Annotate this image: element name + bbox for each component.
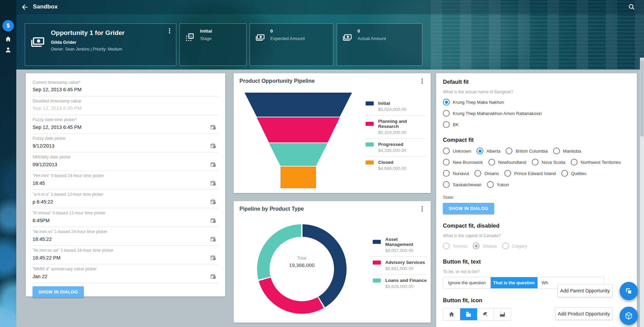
text-toggle-that-is-the-question[interactable]: That is the question xyxy=(491,277,538,288)
radio-circle-icon[interactable] xyxy=(487,181,494,188)
picker-field[interactable]: MM/dd/y date picker09/12/2013 xyxy=(33,152,218,171)
page-scrollbar-thumb[interactable] xyxy=(640,60,644,137)
radio-circle-icon[interactable] xyxy=(443,121,450,128)
picker-value[interactable]: 18:45:22 xyxy=(33,236,52,242)
radio-circle-icon[interactable] xyxy=(443,110,450,117)
text-toggle-ignore-the-question[interactable]: Ignore the question xyxy=(443,277,491,288)
funnel-segment-closed[interactable] xyxy=(280,167,316,188)
picker-value[interactable]: 09/12/2013 xyxy=(33,162,57,167)
legend-item[interactable]: Progressed$4,335,000.00 xyxy=(366,138,426,156)
icon-toggle-umbrella-icon[interactable] xyxy=(477,308,494,320)
radio-circle-icon[interactable] xyxy=(443,181,450,188)
picker-value[interactable]: Jan 22 xyxy=(33,274,47,279)
calendar-clock-icon[interactable] xyxy=(210,255,216,261)
radio-circle-icon[interactable] xyxy=(532,159,539,166)
legend-item[interactable]: Closed$4,688,000.00 xyxy=(366,156,426,174)
icon-toggle-factory-icon[interactable] xyxy=(494,308,511,320)
stat-card-stage[interactable]: InitialStage xyxy=(179,23,247,66)
opportunity-card[interactable]: Opportunity 1 for Grider Gilda Grider Ow… xyxy=(25,23,176,66)
radio-circle-icon[interactable] xyxy=(443,170,450,177)
radio-option-krung-thep-maka-nakhon[interactable]: Krung Thep Maka Nakhon xyxy=(443,99,630,105)
calendar-clock-icon[interactable] xyxy=(210,180,216,186)
picker-field[interactable]: "kk:mm:ss" 1-based 24-hour time picker18… xyxy=(33,227,218,246)
add-parent-opportunity-fab[interactable] xyxy=(620,282,638,300)
radio-option-unknown[interactable]: Unknown xyxy=(443,148,471,154)
add-parent-opportunity-chip[interactable]: Add Parent Opportunity xyxy=(558,284,612,297)
radio-option-new-brunswick[interactable]: New Brunswick xyxy=(443,159,483,166)
radio-circle-icon[interactable] xyxy=(571,159,578,166)
radio-option-bk[interactable]: BK xyxy=(443,121,630,128)
funnel-segment-progressed[interactable] xyxy=(245,143,352,166)
funnel-segment-initial[interactable] xyxy=(245,93,352,117)
radio-circle-icon[interactable] xyxy=(504,170,511,177)
picker-value[interactable]: Sep 12, 2013 6:45 PM xyxy=(33,87,81,92)
radio-circle-icon[interactable] xyxy=(443,148,450,154)
radio-option-prince-edward-island[interactable]: Prince Edward Island xyxy=(504,170,556,177)
calendar-clock-icon[interactable] xyxy=(210,199,216,205)
picker-field[interactable]: "HH:mm" 0-based 24-hour time picker18:45 xyxy=(33,171,218,190)
radio-option-alberta[interactable]: Alberta xyxy=(476,148,500,154)
search-icon[interactable] xyxy=(628,3,635,11)
sidebar-item-home[interactable] xyxy=(2,33,14,45)
radio-option-qu-bec[interactable]: Québec xyxy=(561,170,587,177)
radio-option-yukon[interactable]: Yukon xyxy=(487,181,509,188)
stat-card-actual-amount[interactable]: 0Actual Amount xyxy=(337,23,422,66)
radio-circle-icon[interactable] xyxy=(443,99,450,105)
legend-item[interactable]: Loans and Finance$5,628,000.00 xyxy=(373,274,427,292)
radio-option-krung-thep-mahanakhon-amon-rattanakosin[interactable]: Krung Thep Mahanakhon Amon Rattanakosin xyxy=(443,110,630,117)
picker-value[interactable]: 18:45 xyxy=(33,180,45,186)
radio-circle-icon[interactable] xyxy=(553,148,560,154)
radio-circle-icon[interactable] xyxy=(474,170,481,177)
calendar-clock-icon[interactable] xyxy=(210,217,216,224)
radio-option-nova-scotia[interactable]: Nova Scotia xyxy=(532,159,565,166)
pickers-show-in-dialog-button[interactable]: SHOW IN DIALOG xyxy=(33,286,84,297)
picker-field[interactable]: "K:mmaa" 0-based 12-hour time picker6:45… xyxy=(33,208,218,227)
compact-fit-show-in-dialog-button[interactable]: SHOW IN DIALOG xyxy=(443,203,494,214)
radio-option-nunavut[interactable]: Nunavut xyxy=(443,170,469,177)
picker-field[interactable]: "kk:mm:ss aa" 1-based 24-hour time picke… xyxy=(33,246,218,264)
picker-value[interactable]: Sep 12, 2013 6:45 PM xyxy=(33,124,81,130)
calendar-clock-icon[interactable] xyxy=(210,124,216,130)
page-scrollbar[interactable] xyxy=(640,58,644,327)
calendar-clock-icon[interactable] xyxy=(210,143,216,149)
funnel-menu-kebab-icon[interactable] xyxy=(419,78,425,84)
add-product-opportunity-chip[interactable]: Add Product Opportunity xyxy=(555,307,612,320)
radio-circle-icon[interactable] xyxy=(443,159,450,166)
calendar-clock-icon[interactable] xyxy=(210,161,216,168)
radio-option-british-columbia[interactable]: British Columbia xyxy=(506,148,548,154)
donut-chart[interactable] xyxy=(257,224,347,314)
sidebar-item-opportunities[interactable]: $ xyxy=(2,20,14,32)
calendar-clock-icon[interactable] xyxy=(210,236,216,242)
icon-toggle-building-icon[interactable] xyxy=(460,308,477,320)
radio-circle-icon[interactable] xyxy=(476,148,483,154)
radio-circle-icon[interactable] xyxy=(506,148,512,154)
radio-option-manitoba[interactable]: Manitoba xyxy=(553,148,581,154)
picker-value[interactable]: 9/12/2013 xyxy=(33,143,55,149)
legend-item[interactable]: Initial$5,024,000.00 xyxy=(366,98,426,115)
back-arrow-icon[interactable] xyxy=(21,3,28,11)
radio-circle-icon[interactable] xyxy=(561,170,568,177)
legend-item[interactable]: Asset Management$8,057,000.00 xyxy=(373,234,427,256)
legend-item[interactable]: Advisory Services$5,681,000.00 xyxy=(373,256,427,274)
icon-toggle-home-icon[interactable] xyxy=(443,308,460,320)
funnel-segment-planning-and-research[interactable] xyxy=(245,117,352,142)
radio-option-saskatchewan[interactable]: Saskatchewan xyxy=(443,181,482,188)
picker-field[interactable]: "a h:m:s" 1-based 12-hour time pickerp 6… xyxy=(33,190,218,208)
picker-field[interactable]: Fuzzy date-time picker*Sep 12, 2013 6:45… xyxy=(33,115,218,134)
radio-option-newfoundland[interactable]: Newfoundland xyxy=(488,159,526,166)
funnel-chart[interactable] xyxy=(245,93,352,188)
add-product-opportunity-fab[interactable] xyxy=(620,307,638,325)
picker-value[interactable]: 6:45PM xyxy=(33,218,50,223)
legend-item[interactable]: Planning and Research$5,319,000.00 xyxy=(366,115,426,138)
stat-card-expected-amount[interactable]: 0Expected Amount xyxy=(250,23,333,66)
radio-circle-icon[interactable] xyxy=(488,159,495,166)
picker-value[interactable]: p 6:45:22 xyxy=(33,199,53,205)
picker-value[interactable]: 18:45:22 PM xyxy=(33,255,60,261)
opportunity-menu-kebab-icon[interactable] xyxy=(167,28,173,34)
menu-icon[interactable] xyxy=(4,3,12,12)
calendar-clock-icon[interactable] xyxy=(210,273,216,280)
radio-option-ontario[interactable]: Ontario xyxy=(474,170,499,177)
donut-menu-kebab-icon[interactable] xyxy=(419,206,425,212)
picker-field[interactable]: Current timestamp value*Sep 12, 2013 6:4… xyxy=(33,78,218,96)
picker-field[interactable]: Fuzzy date picker9/12/2013 xyxy=(33,134,218,152)
